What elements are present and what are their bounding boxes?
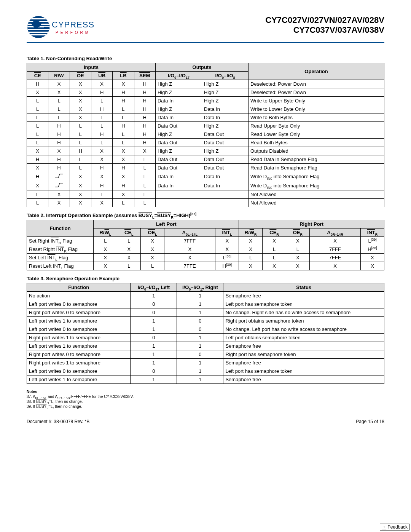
table-cell: Deselected: Power Down [249,88,384,97]
table-cell: Outputs Disabled [249,147,384,155]
table-cell: 7FFF [309,245,360,254]
note-39: 39. If BUSYL=L, then no change. [27,404,384,409]
t2-col-oer: OER [286,228,310,237]
table-cell: X [164,245,215,254]
t2-right-port: Right Port [239,220,384,228]
table-cell: 1 [177,334,223,342]
table-cell: X [113,155,134,164]
table-cell: Right port writes 0 to semaphore [27,308,131,317]
table-cell: Data In [202,172,249,181]
table-cell: Data Out [155,164,202,172]
table-cell: H [91,130,112,139]
table-cell: L [70,130,91,139]
table-cell: X [94,262,117,270]
table-cell: X [70,199,91,207]
table-row: Reset Right INTR FlagXXXXXXLL7FFFH[38] [27,245,384,254]
table-cell: Read Lower Byte Only [249,130,384,139]
table-cell: L [263,245,286,254]
table-row: XXHHLData InData InWrite DIN0 into Semap… [27,181,384,190]
table-cell: X [239,245,263,254]
table-cell: L[38] [215,254,239,262]
t2-col-ar: A0R–14R [309,228,360,237]
table-cell: X [91,80,112,88]
page-footer: Document #: 38-06078 Rev. *B Page 15 of … [27,419,384,424]
table-cell: L[39] [361,237,384,245]
table1-title: Table 1. Non-Contending Read/Write [27,56,384,61]
notes: Notes 37. A0L–15L and A0R–15R:FFFF/FFFE … [27,389,384,409]
table-cell: 1 [177,367,223,375]
logo-text-main: CYPRESS [52,20,94,30]
table-cell: High Z [155,88,202,97]
table-cell [202,190,249,199]
table2: Function Left Port Right Port R/WL CEL O… [27,220,384,270]
table-row: LHLLHHData OutHigh ZRead Upper Byte Only [27,122,384,130]
table-cell: X [263,262,286,270]
table-row: Set Left INTL FlagXXXXL[38]LLX7FFEX [27,254,384,262]
table-cell: L [286,245,310,254]
table-cell: L [48,113,70,122]
table-cell: Left port writes 0 to semaphore [27,300,131,308]
table-cell: X [263,237,286,245]
table-cell: No change. Right side has no write acces… [223,308,384,317]
table-cell: Right port obtains semaphore token [223,317,384,325]
table-cell: 1 [177,375,223,384]
table-cell: H [48,139,70,147]
table-cell: 0 [177,325,223,334]
table-cell: Data In [155,181,202,190]
table-cell: H [27,80,48,88]
table-cell: X [141,245,164,254]
table-cell: X [286,237,310,245]
table-cell: Data In [202,181,249,190]
table-cell: 1 [131,342,177,350]
table-cell: 1 [131,350,177,359]
table-row: Left port writes 1 to semaphore11Semapho… [27,375,384,384]
table-cell: L [134,181,155,190]
table-cell: H [91,164,112,172]
table-cell: X [113,172,134,181]
table-cell: Right port writes 1 to semaphore [27,359,131,367]
table-cell: H [70,147,91,155]
table-cell: High Z [202,122,249,130]
table-row: LXXXLLNot Allowed [27,199,384,207]
table1-operation-header: Operation [249,63,384,80]
table-cell: X [91,155,112,164]
parts-line1: CY7C027V/027VN/027AV/028V [265,15,384,25]
table-cell: X [141,237,164,245]
logo-text-sub: PERFORM [52,30,94,35]
table-cell: L [70,122,91,130]
table-cell: L [27,105,48,113]
t1-col-rw: R/W [48,72,70,80]
table-cell: X [27,164,48,172]
table-cell: L [134,190,155,199]
table-cell: 1 [131,292,177,300]
table-cell: Reset Left INTL Flag [27,262,94,270]
table-cell: Data In [202,113,249,122]
table-cell: Right port writes 0 to semaphore [27,350,131,359]
table-cell: 1 [131,317,177,325]
table-cell: H [91,181,112,190]
table-cell: Left port writes 0 to semaphore [27,325,131,334]
table-cell: L [134,164,155,172]
table-cell: H [113,164,134,172]
rising-edge-icon [55,182,63,188]
table-cell: Not Allowed [249,199,384,207]
table-cell: H [134,97,155,105]
table-cell: H [48,122,70,130]
table-cell: Left port has semaphore token [223,300,384,308]
table-cell: Not Allowed [249,190,384,199]
table-cell: Read Both Bytes [249,139,384,147]
table-cell: H [134,80,155,88]
table-cell: High Z [202,147,249,155]
table-cell: X [48,147,70,155]
t1-col-sem: SEM [134,72,155,80]
table-cell: X [113,190,134,199]
table-cell: No action [27,292,131,300]
t1-col-ub: UB [91,72,112,80]
table1-inputs-header: Inputs [27,63,156,72]
table-cell: 1 [177,359,223,367]
t2-col-rwr: R/WR [239,228,263,237]
table-cell: L [117,237,141,245]
table-cell: L [113,105,134,113]
table-cell: H [113,88,134,97]
table-cell: Left port writes 1 to semaphore [27,317,131,325]
